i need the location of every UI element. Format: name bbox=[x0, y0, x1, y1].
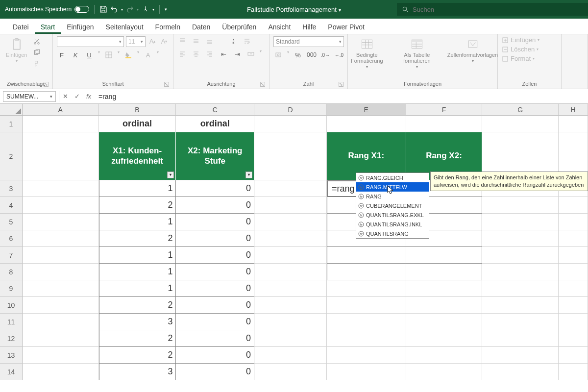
font-color-icon[interactable]: A bbox=[143, 50, 153, 60]
cell[interactable] bbox=[482, 214, 559, 230]
cell[interactable] bbox=[254, 197, 327, 214]
align-center-icon[interactable] bbox=[191, 49, 201, 59]
tab-formeln[interactable]: Formeln bbox=[149, 20, 186, 34]
cell[interactable]: ordinal bbox=[99, 116, 176, 132]
fx-icon[interactable]: fx bbox=[83, 91, 95, 102]
conditional-formatting-button[interactable]: Bedingte Formatierung▾ bbox=[345, 36, 389, 70]
cell[interactable]: X2: MarketingStufe▾ bbox=[176, 132, 254, 180]
cell[interactable] bbox=[23, 280, 99, 297]
row-header[interactable]: 8 bbox=[0, 264, 23, 280]
cell[interactable] bbox=[23, 264, 99, 280]
cell[interactable] bbox=[406, 280, 483, 297]
row-header[interactable]: 12 bbox=[0, 330, 23, 347]
row-header[interactable]: 14 bbox=[0, 364, 23, 380]
tab-power pivot[interactable]: Power Pivot bbox=[322, 20, 370, 34]
cell[interactable] bbox=[254, 116, 327, 132]
cell[interactable] bbox=[559, 330, 588, 347]
italic-button[interactable]: K bbox=[71, 50, 80, 60]
search-box[interactable] bbox=[397, 3, 588, 16]
cell[interactable]: 1 bbox=[99, 280, 176, 297]
cell[interactable] bbox=[23, 116, 99, 132]
row-header[interactable]: 9 bbox=[0, 280, 23, 297]
cell[interactable]: 0 bbox=[176, 364, 254, 380]
cell[interactable] bbox=[327, 280, 406, 297]
cell[interactable] bbox=[327, 247, 406, 264]
cell[interactable] bbox=[559, 364, 588, 380]
row-header[interactable]: 11 bbox=[0, 314, 23, 330]
delete-cells-button[interactable]: Löschen▾ bbox=[502, 46, 539, 53]
cell[interactable]: 1 bbox=[99, 180, 176, 197]
cell[interactable] bbox=[482, 230, 559, 247]
cell[interactable] bbox=[23, 314, 99, 330]
cell[interactable] bbox=[23, 180, 99, 197]
row-header[interactable]: 10 bbox=[0, 297, 23, 314]
cell[interactable]: 3 bbox=[99, 314, 176, 330]
col-header-E[interactable]: E bbox=[327, 104, 406, 116]
comma-icon[interactable]: 000 bbox=[307, 50, 317, 60]
cell[interactable]: 0 bbox=[176, 230, 254, 247]
cell[interactable]: X1: Kunden-zufriedenheit▾ bbox=[99, 132, 176, 180]
increase-indent-icon[interactable]: ⇥ bbox=[232, 49, 242, 59]
cut-icon[interactable] bbox=[32, 36, 42, 46]
align-top-icon[interactable] bbox=[177, 36, 187, 46]
tab-überprüfen[interactable]: Überprüfen bbox=[216, 20, 262, 34]
cell[interactable]: 0 bbox=[176, 264, 254, 280]
cell[interactable] bbox=[406, 297, 483, 314]
cell[interactable]: 2 bbox=[99, 330, 176, 347]
cell[interactable] bbox=[23, 132, 99, 180]
cell[interactable] bbox=[254, 264, 327, 280]
col-header-D[interactable]: D bbox=[254, 104, 327, 116]
autocomplete-item[interactable]: fxRANG.GLEICH bbox=[356, 173, 429, 182]
row-header[interactable]: 2 bbox=[0, 132, 23, 180]
cell[interactable] bbox=[559, 214, 588, 230]
cell[interactable] bbox=[254, 230, 327, 247]
cell[interactable] bbox=[406, 314, 483, 330]
enter-formula-icon[interactable]: ✓ bbox=[71, 91, 83, 102]
col-header-A[interactable]: A bbox=[23, 104, 99, 116]
cancel-formula-icon[interactable]: ✕ bbox=[59, 91, 71, 102]
tab-hilfe[interactable]: Hilfe bbox=[296, 20, 322, 34]
cell[interactable]: 2 bbox=[99, 230, 176, 247]
cell[interactable]: 0 bbox=[176, 197, 254, 214]
cell[interactable] bbox=[482, 364, 559, 380]
formula-autocomplete[interactable]: fxRANG.GLEICHfxRANG.MITTELWfxRANGfxCUBER… bbox=[356, 172, 429, 239]
cell[interactable] bbox=[254, 347, 327, 364]
formula-input[interactable]: =rang bbox=[95, 93, 588, 100]
underline-button[interactable]: U bbox=[84, 50, 94, 60]
copy-icon[interactable] bbox=[32, 48, 42, 57]
cell[interactable]: 0 bbox=[176, 347, 254, 364]
cell[interactable] bbox=[482, 247, 559, 264]
tab-datei[interactable]: Datei bbox=[7, 20, 35, 34]
cell[interactable] bbox=[482, 280, 559, 297]
cell[interactable] bbox=[406, 264, 483, 280]
format-cells-button[interactable]: Format▾ bbox=[502, 55, 535, 62]
cell[interactable] bbox=[406, 347, 483, 364]
row-header[interactable]: 7 bbox=[0, 247, 23, 264]
cell[interactable] bbox=[482, 347, 559, 364]
row-header[interactable]: 6 bbox=[0, 230, 23, 247]
autocomplete-item[interactable]: fxQUANTILSRANG.EXKL bbox=[356, 210, 429, 220]
cell[interactable] bbox=[327, 347, 406, 364]
cell[interactable]: 1 bbox=[99, 214, 176, 230]
shrink-font-icon[interactable]: A▾ bbox=[159, 36, 169, 46]
row-header[interactable]: 3 bbox=[0, 180, 23, 197]
cell[interactable] bbox=[482, 264, 559, 280]
tab-seitenlayout[interactable]: Seitenlayout bbox=[100, 20, 149, 34]
row-header[interactable]: 1 bbox=[0, 116, 23, 132]
font-size-combo[interactable]: 11▾ bbox=[126, 36, 146, 47]
cell[interactable] bbox=[23, 197, 99, 214]
increase-decimal-icon[interactable]: .0→ bbox=[320, 50, 330, 60]
cell[interactable] bbox=[327, 264, 406, 280]
align-bottom-icon[interactable] bbox=[205, 36, 215, 46]
cell[interactable] bbox=[23, 230, 99, 247]
insert-cells-button[interactable]: Einfügen▾ bbox=[502, 36, 539, 44]
bold-button[interactable]: F bbox=[57, 50, 67, 60]
col-header-B[interactable]: B bbox=[99, 104, 176, 116]
save-icon[interactable] bbox=[99, 5, 107, 13]
cell[interactable] bbox=[482, 197, 559, 214]
cell[interactable]: 0 bbox=[176, 330, 254, 347]
percent-icon[interactable]: % bbox=[293, 50, 303, 60]
document-title[interactable]: Fallstudie Portfoliomanagement▾ bbox=[247, 6, 341, 13]
cell-styles-button[interactable]: Zellenformatvorlagen▾ bbox=[445, 36, 500, 64]
accounting-icon[interactable] bbox=[273, 50, 283, 60]
